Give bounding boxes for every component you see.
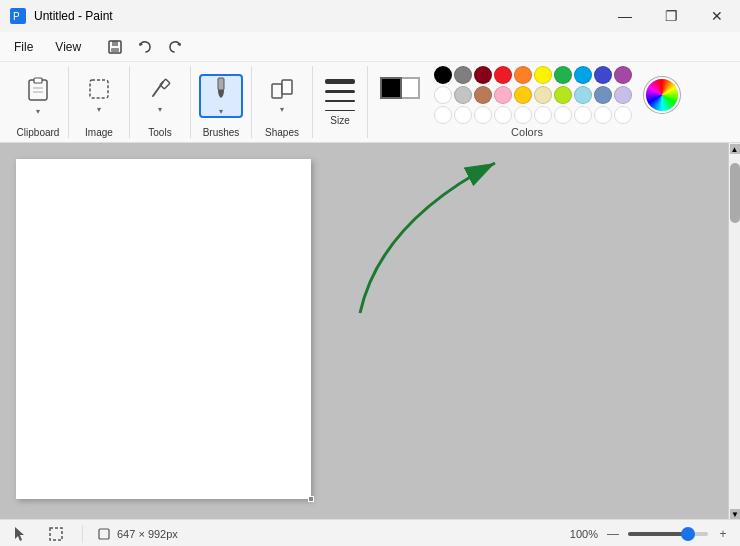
image-buttons: ▾ <box>77 66 121 125</box>
clipboard-icon <box>27 76 49 105</box>
svg-rect-17 <box>99 529 109 539</box>
zoom-slider[interactable] <box>628 532 708 536</box>
scroll-up-button[interactable]: ▲ <box>730 144 740 154</box>
swatch-white[interactable] <box>434 86 452 104</box>
cursor-tool-button[interactable] <box>8 523 32 545</box>
swatch-w9[interactable] <box>594 106 612 124</box>
tools-button[interactable]: ▾ <box>138 74 182 118</box>
file-menu[interactable]: File <box>4 36 43 58</box>
vertical-scrollbar[interactable]: ▲ ▼ <box>728 143 740 519</box>
swatch-green[interactable] <box>554 66 572 84</box>
color-picker-button[interactable] <box>646 79 678 111</box>
shapes-icon <box>270 78 294 103</box>
svg-rect-11 <box>160 79 170 89</box>
swatch-orange[interactable] <box>514 66 532 84</box>
swatch-w6[interactable] <box>534 106 552 124</box>
swatch-purple[interactable] <box>614 66 632 84</box>
swatch-row-3 <box>434 106 632 124</box>
svg-rect-16 <box>50 528 62 540</box>
svg-rect-9 <box>90 80 108 98</box>
size-icon <box>325 79 355 111</box>
swatch-w7[interactable] <box>554 106 572 124</box>
swatch-yellow[interactable] <box>534 66 552 84</box>
svg-rect-6 <box>34 78 42 83</box>
color1-box[interactable] <box>380 77 402 99</box>
tools-label: Tools <box>148 127 171 138</box>
canvas-container <box>0 143 728 519</box>
shapes-button[interactable]: ▾ <box>260 74 304 118</box>
brushes-label: Brushes <box>203 127 240 138</box>
scroll-thumb[interactable] <box>730 163 740 223</box>
minimize-button[interactable]: — <box>602 0 648 32</box>
zoom-plus-button[interactable]: + <box>714 525 732 543</box>
title-bar: P Untitled - Paint — ❐ ✕ <box>0 0 740 32</box>
svg-rect-14 <box>282 80 292 94</box>
swatch-sky[interactable] <box>574 86 592 104</box>
swatch-w2[interactable] <box>454 106 472 124</box>
undo-button[interactable] <box>131 35 159 59</box>
swatch-blue[interactable] <box>574 66 592 84</box>
tools-icon <box>149 78 171 103</box>
shapes-group: ▾ Shapes <box>252 66 313 138</box>
swatch-w4[interactable] <box>494 106 512 124</box>
image-label: Image <box>85 127 113 138</box>
menu-bar: File View <box>0 32 740 62</box>
swatch-w5[interactable] <box>514 106 532 124</box>
close-button[interactable]: ✕ <box>694 0 740 32</box>
brushes-group: ▾ Brushes <box>191 66 252 138</box>
status-dimensions: 647 × 992px <box>97 527 178 541</box>
svg-rect-4 <box>111 48 119 52</box>
zoom-level-text: 100% <box>570 528 598 540</box>
canvas-resize-handle-br[interactable] <box>308 496 314 502</box>
svg-rect-12 <box>218 78 224 90</box>
maximize-button[interactable]: ❐ <box>648 0 694 32</box>
swatch-dark-blue[interactable] <box>594 66 612 84</box>
clipboard-group: ▾ Clipboard <box>8 66 69 138</box>
view-menu[interactable]: View <box>45 36 91 58</box>
tools-group: ▾ Tools <box>130 66 191 138</box>
clipboard-button[interactable]: ▾ <box>16 74 60 118</box>
swatch-dark-red[interactable] <box>474 66 492 84</box>
swatch-gray[interactable] <box>454 66 472 84</box>
dimensions-text: 647 × 992px <box>117 528 178 540</box>
swatch-row-1 <box>434 66 632 84</box>
colors-grid-wrapper <box>376 66 678 124</box>
swatch-brown[interactable] <box>474 86 492 104</box>
swatch-black[interactable] <box>434 66 452 84</box>
status-bar: 647 × 992px 100% — + <box>0 519 740 546</box>
paint-canvas[interactable] <box>16 159 311 499</box>
size-label: Size <box>330 115 349 126</box>
zoom-minus-button[interactable]: — <box>604 525 622 543</box>
swatch-w1[interactable] <box>434 106 452 124</box>
window-controls: — ❐ ✕ <box>602 0 740 32</box>
image-button[interactable]: ▾ <box>77 74 121 118</box>
colors-label: Colors <box>511 126 543 138</box>
swatch-cream[interactable] <box>534 86 552 104</box>
swatch-w10[interactable] <box>614 106 632 124</box>
colors-group: Colors <box>368 66 686 138</box>
redo-button[interactable] <box>161 35 189 59</box>
selection-tool-button[interactable] <box>44 523 68 545</box>
clipboard-buttons: ▾ <box>16 66 60 125</box>
canvas-scroll[interactable] <box>0 143 728 519</box>
swatch-lime[interactable] <box>554 86 572 104</box>
swatch-light-gray[interactable] <box>454 86 472 104</box>
tools-buttons: ▾ <box>138 66 182 125</box>
zoom-slider-thumb[interactable] <box>681 527 695 541</box>
status-right: 100% — + <box>570 525 732 543</box>
swatch-w8[interactable] <box>574 106 592 124</box>
swatch-w3[interactable] <box>474 106 492 124</box>
swatch-gold[interactable] <box>514 86 532 104</box>
main-area: ▲ ▼ <box>0 143 740 519</box>
swatch-lavender[interactable] <box>614 86 632 104</box>
image-icon <box>88 78 110 103</box>
current-colors <box>376 73 420 117</box>
swatch-steel[interactable] <box>594 86 612 104</box>
brushes-button[interactable]: ▾ <box>199 74 243 118</box>
save-button[interactable] <box>101 35 129 59</box>
swatch-pink[interactable] <box>494 86 512 104</box>
scroll-down-button[interactable]: ▼ <box>730 509 740 519</box>
size-group: Size <box>313 66 368 138</box>
svg-rect-13 <box>272 84 282 98</box>
swatch-red[interactable] <box>494 66 512 84</box>
